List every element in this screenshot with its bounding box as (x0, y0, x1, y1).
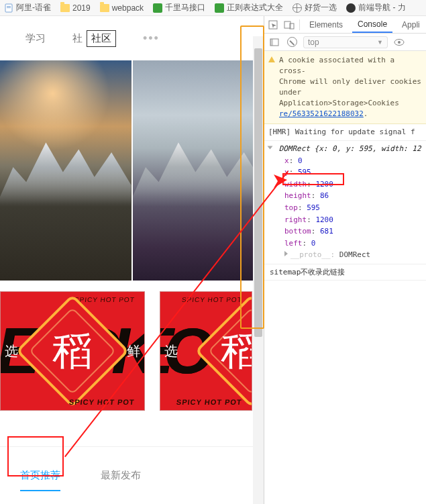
console-toolbar: top ▼ (264, 34, 426, 51)
object-summary: DOMRect {x: 0, y: 595, width: 12 (279, 144, 421, 153)
warning-text: A cookie associated with a cross- Chrome… (279, 55, 422, 119)
bookmark-label: 前端导航 - 力 (358, 2, 406, 13)
clear-console-icon[interactable] (286, 36, 298, 48)
warning-icon (268, 56, 275, 62)
bookmark-item[interactable]: 千里马接口 (153, 2, 205, 13)
site-icon (153, 3, 162, 13)
devtools-panel: Elements Console Appli top ▼ A cookie as… (264, 16, 426, 504)
svg-rect-1 (7, 6, 11, 7)
inspect-icon[interactable] (267, 19, 279, 31)
site-icon (215, 3, 224, 13)
disclosure-triangle-icon[interactable] (284, 251, 288, 256)
tab-application[interactable]: Appli (396, 16, 425, 33)
bookmark-item[interactable]: 2019 (60, 3, 91, 13)
bookmark-item[interactable]: 好货一选 (292, 2, 337, 13)
console-log-row[interactable]: sitemap不收录此链接 (264, 264, 426, 281)
bookmark-item[interactable]: 阿里-语雀 (4, 2, 51, 13)
card-bottom-text: SPICY HOT POT (69, 398, 136, 406)
console-body[interactable]: A cookie associated with a cross- Chrome… (264, 51, 426, 504)
scrollbar-track[interactable] (253, 36, 264, 504)
diamond-badge: 稻 (32, 311, 113, 391)
side-right: 鲜 (127, 342, 140, 360)
badge-glyph: 稻 (201, 292, 252, 410)
object-properties: x: 0 y: 595 width: 1200 height: 86 top: … (284, 155, 422, 261)
console-object-row[interactable]: DOMRect {x: 0, y: 595, width: 12 x: 0 y:… (264, 141, 426, 264)
log-text: [HMR] Waiting for update signal f (268, 128, 415, 136)
bookmark-label: webpack (112, 3, 144, 13)
svg-point-9 (398, 41, 401, 44)
device-toggle-icon[interactable] (283, 19, 295, 31)
hero-slide[interactable] (0, 60, 131, 281)
bottom-tabs: 首页推荐 最新发布 (0, 446, 264, 504)
disclosure-triangle-icon[interactable] (268, 146, 273, 150)
warning-link[interactable]: re/5633521622188032 (279, 109, 364, 118)
bookmark-item[interactable]: 前端导航 - 力 (346, 2, 406, 13)
sidebar-toggle-icon[interactable] (268, 36, 280, 48)
tab-latest[interactable]: 最新发布 (101, 469, 141, 482)
folder-icon (60, 3, 70, 13)
cat-icon (346, 3, 356, 13)
console-log-row[interactable]: [HMR] Waiting for update signal f (264, 124, 426, 142)
bookmark-item[interactable]: webpack (100, 3, 144, 13)
card-row: SPICY HOT POT EOOK 选 鲜 稻 SPICY HOT POT S… (0, 281, 264, 411)
hero-carousel[interactable] (0, 60, 264, 281)
console-warning[interactable]: A cookie associated with a cross- Chrome… (264, 51, 426, 124)
bookmark-label: 好货一选 (305, 2, 337, 13)
tab-study[interactable]: 学习 (25, 32, 46, 45)
more-icon[interactable]: ••• (143, 32, 160, 46)
device-viewport: 学习 社 社区 ••• SPICY HOT POT EOOK 选 鲜 稻 (0, 16, 264, 504)
folder-icon (100, 3, 109, 13)
side-left: 选 (164, 342, 178, 360)
bookmark-item[interactable]: 正则表达式大全 (215, 2, 283, 13)
svg-rect-7 (270, 39, 273, 46)
hero-slide[interactable] (133, 60, 264, 281)
chevron-down-icon: ▼ (377, 39, 383, 46)
promo-card[interactable]: SPICY HOT POT EOOK 选 稻 SPICY HOT POT (160, 291, 252, 411)
page-tabs: 学习 社 社区 ••• (0, 16, 264, 60)
context-value: top (308, 38, 319, 47)
context-selector[interactable]: top ▼ (303, 36, 388, 48)
tab-recommend[interactable]: 首页推荐 (20, 469, 60, 482)
bookmark-label: 正则表达式大全 (227, 2, 283, 13)
eye-icon[interactable] (393, 36, 405, 48)
tab-console[interactable]: Console (352, 16, 392, 33)
promo-card[interactable]: SPICY HOT POT EOOK 选 鲜 稻 SPICY HOT POT (0, 291, 145, 411)
devtools-tabs: Elements Console Appli (264, 16, 426, 34)
bookmarks-bar: 阿里-语雀 2019 webpack 千里马接口 正则表达式大全 好货一选 前端… (0, 0, 426, 16)
side-left: 选 (5, 342, 18, 360)
bookmark-label: 2019 (72, 3, 91, 13)
bookmark-label: 千里马接口 (165, 2, 205, 13)
globe-icon (292, 3, 302, 13)
workspace: 学习 社 社区 ••• SPICY HOT POT EOOK 选 鲜 稻 (0, 16, 426, 504)
scrollbar-thumb[interactable] (254, 48, 262, 337)
badge-glyph: 稻 (32, 311, 113, 391)
tab-community-label: 社 (72, 32, 83, 45)
doc-icon (4, 3, 13, 13)
tab-elements[interactable]: Elements (304, 16, 348, 33)
bookmark-label: 阿里-语雀 (16, 2, 51, 13)
svg-rect-2 (7, 7, 11, 8)
card-bottom-text: SPICY HOT POT (176, 398, 243, 406)
tab-community[interactable]: 社区 (87, 30, 116, 47)
log-text: sitemap不收录此链接 (270, 268, 345, 276)
